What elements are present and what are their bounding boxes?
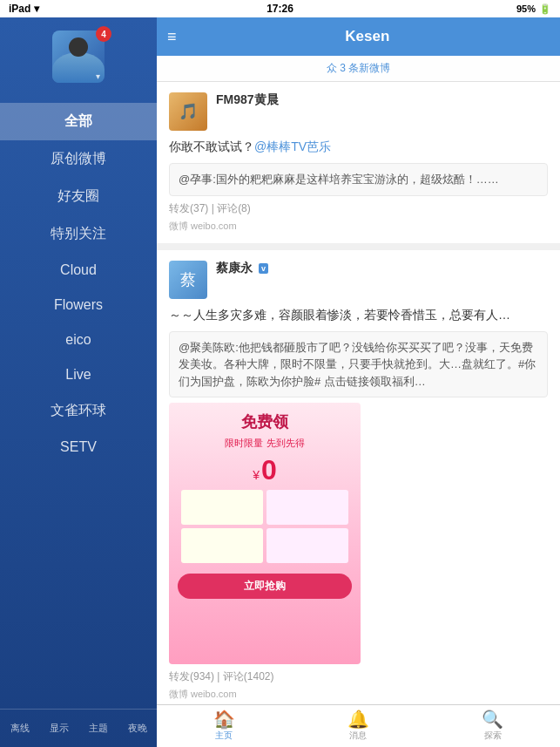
battery-label: 95%: [516, 3, 536, 14]
sidebar-item-all[interactable]: 全部: [0, 103, 157, 140]
verified-badge: v: [259, 263, 268, 274]
sidebar: 4 ▾ 全部 原创微博 好友圈 特别关注 Cloud Flowers eico …: [0, 17, 157, 747]
promo-item: [181, 490, 263, 525]
top-nav-title: Kesen: [186, 28, 550, 45]
tab-messages[interactable]: 🔔 消息: [291, 705, 425, 747]
bell-icon: 🔔: [347, 710, 369, 728]
post-text: 你敢不敢试试？@棒棒TV芭乐: [169, 138, 548, 156]
post-source: 微博 weibo.com: [169, 688, 548, 701]
tab-main-label: 主页: [215, 730, 233, 742]
tab-explore-label: 探索: [484, 730, 502, 742]
sidebar-item-cloud[interactable]: Cloud: [0, 253, 157, 288]
mention-link[interactable]: @棒棒TV芭乐: [254, 139, 331, 153]
status-time: 17:26: [267, 3, 293, 15]
sidebar-item-wenjue[interactable]: 文雀环球: [0, 392, 157, 430]
search-icon: 🔍: [482, 710, 503, 728]
quoted-block: @聚美陈欧:他把钱都砸股市了吧？没钱给你买买买了吧？没事，天免费发美妆。各种大牌…: [169, 331, 548, 398]
post-header: 🎵 FM987黄晨: [169, 92, 548, 131]
main-content: ≡ Kesen 众 3 条新微博 🎵 FM987黄晨 你敢不敢试试？@棒棒TV芭…: [157, 17, 560, 747]
sidebar-item-friends[interactable]: 好友圈: [0, 178, 157, 215]
sidebar-header: 4 ▾: [0, 17, 157, 103]
avatar-wrapper[interactable]: 4 ▾: [52, 31, 105, 83]
status-bar: iPad ▾ 17:26 95% 🔋: [0, 0, 560, 17]
post-info: 蔡康永 v: [216, 261, 548, 278]
post-card: 🎵 FM987黄晨 你敢不敢试试？@棒棒TV芭乐 @孕事:国外的粑粑麻麻是这样培…: [157, 82, 560, 243]
post-actions[interactable]: 转发(934) | 评论(1402): [169, 669, 548, 684]
promo-items: [178, 486, 352, 567]
wifi-icon: ▾: [34, 3, 39, 15]
home-icon: 🏠: [213, 710, 235, 728]
tab-messages-label: 消息: [349, 730, 367, 742]
sidebar-nav: 全部 原创微博 好友圈 特别关注 Cloud Flowers eico Live…: [0, 103, 157, 709]
tab-main[interactable]: 🏠 主页: [157, 705, 291, 747]
app-container: 4 ▾ 全部 原创微博 好友圈 特别关注 Cloud Flowers eico …: [0, 17, 560, 747]
post-username: FM987黄晨: [216, 92, 548, 108]
promo-button[interactable]: 立即抢购: [178, 574, 352, 599]
post-info: FM987黄晨: [216, 92, 548, 110]
sidebar-item-flowers[interactable]: Flowers: [0, 288, 157, 323]
post-actions[interactable]: 转发(37) | 评论(8): [169, 201, 548, 216]
promo-item: [267, 528, 348, 563]
mention-link-2[interactable]: @孕事: [179, 173, 213, 186]
post-card: 蔡 蔡康永 v ～～人生多灾多难，容颜眼着惨淡，若要怜香惜玉，总要有人… @聚美…: [157, 250, 560, 705]
sidebar-item-eico[interactable]: eico: [0, 323, 157, 357]
post-text: ～～人生多灾多难，容颜眼着惨淡，若要怜香惜玉，总要有人…: [169, 306, 548, 324]
feed[interactable]: 🎵 FM987黄晨 你敢不敢试试？@棒棒TV芭乐 @孕事:国外的粑粑麻麻是这样培…: [157, 82, 560, 704]
chevron-down-icon: ▾: [96, 71, 100, 81]
post-image: 免费领 限时限量 先到先得 ¥ 0 立即抢购: [169, 403, 361, 664]
promo-item: [267, 490, 348, 525]
night-button[interactable]: 夜晚: [123, 718, 152, 738]
offline-button[interactable]: 离线: [5, 718, 35, 738]
display-button[interactable]: 显示: [44, 718, 74, 738]
sidebar-item-live[interactable]: Live: [0, 357, 157, 392]
promo-price: 0: [261, 454, 277, 486]
sidebar-footer: 离线 显示 主题 夜晚: [0, 709, 157, 747]
hashtag[interactable]: #你们为国护盘，陈欧为你护脸#: [179, 357, 536, 388]
hamburger-icon[interactable]: ≡: [167, 29, 177, 44]
promo-title: 免费领: [178, 411, 352, 432]
quoted-block: @孕事:国外的粑粑麻麻是这样培养宝宝游泳的，超级炫酷！……: [169, 163, 548, 196]
status-right: 95% 🔋: [516, 3, 551, 15]
battery-icon: 🔋: [539, 3, 551, 15]
tab-explore[interactable]: 🔍 探索: [426, 705, 560, 747]
post-avatar: 🎵: [169, 92, 207, 131]
post-avatar: 蔡: [169, 261, 207, 299]
theme-button[interactable]: 主题: [84, 718, 113, 738]
sidebar-item-special[interactable]: 特别关注: [0, 215, 157, 253]
top-nav: ≡ Kesen: [157, 17, 560, 56]
ipad-label: iPad: [9, 3, 30, 15]
post-source: 微博 weibo.com: [169, 220, 548, 233]
post-header: 蔡 蔡康永 v: [169, 261, 548, 299]
promo-content: 免费领 限时限量 先到先得 ¥ 0 立即抢购: [169, 403, 361, 608]
promo-item: [181, 528, 263, 563]
sidebar-item-setv[interactable]: SETV: [0, 430, 157, 465]
mention-link-3[interactable]: @聚美陈欧: [179, 341, 235, 354]
bottom-tab-bar: 🏠 主页 🔔 消息 🔍 探索: [157, 704, 560, 747]
new-posts-banner[interactable]: 众 3 条新微博: [157, 56, 560, 82]
notification-badge: 4: [96, 26, 111, 42]
post-username: 蔡康永 v: [216, 261, 548, 276]
sidebar-item-original[interactable]: 原创微博: [0, 140, 157, 178]
status-left: iPad ▾: [9, 3, 39, 15]
